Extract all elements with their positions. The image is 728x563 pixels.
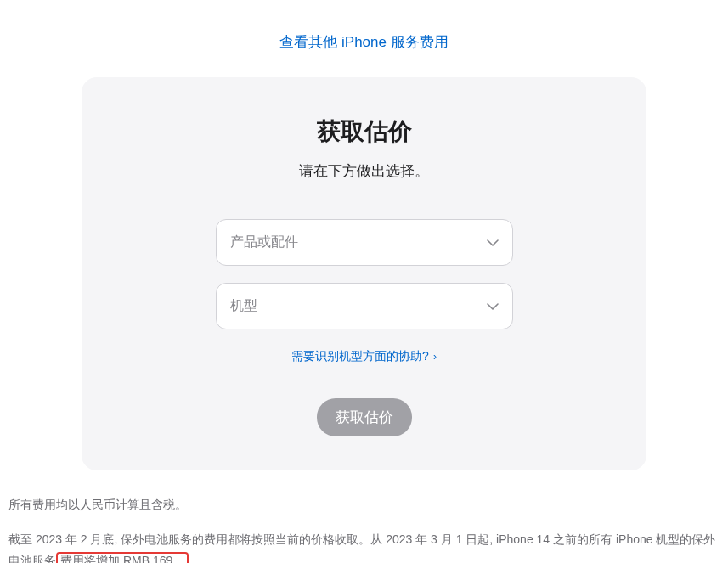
footer-line-2: 截至 2023 年 2 月底, 保外电池服务的费用都将按照当前的价格收取。从 2… <box>8 529 720 563</box>
other-services-link[interactable]: 查看其他 iPhone 服务费用 <box>279 34 448 50</box>
chevron-right-icon: › <box>431 351 437 363</box>
top-link-container: 查看其他 iPhone 服务费用 <box>0 0 728 77</box>
card-subtitle: 请在下方做出选择。 <box>116 161 612 181</box>
help-link-container: 需要识别机型方面的协助? › <box>116 348 612 364</box>
model-select-placeholder: 机型 <box>230 297 257 315</box>
product-select-placeholder: 产品或配件 <box>230 234 298 251</box>
model-select-wrap: 机型 <box>216 283 513 329</box>
product-select-wrap: 产品或配件 <box>216 219 513 266</box>
footer-line-1: 所有费用均以人民币计算且含税。 <box>8 494 720 515</box>
estimate-card: 获取估价 请在下方做出选择。 产品或配件 机型 需要识别机型方面的协助? › 获… <box>82 77 646 470</box>
card-title: 获取估价 <box>116 115 612 148</box>
chevron-down-icon <box>487 239 499 246</box>
get-estimate-button[interactable]: 获取估价 <box>317 398 412 436</box>
product-select[interactable]: 产品或配件 <box>216 219 513 266</box>
chevron-down-icon <box>487 303 499 310</box>
footer-text: 所有费用均以人民币计算且含税。 截至 2023 年 2 月底, 保外电池服务的费… <box>0 470 728 563</box>
price-increase-highlight: 费用将增加 RMB 169。 <box>56 552 189 563</box>
model-select[interactable]: 机型 <box>216 283 513 329</box>
identify-model-help-link[interactable]: 需要识别机型方面的协助? › <box>291 349 437 363</box>
help-link-label: 需要识别机型方面的协助? <box>291 349 429 363</box>
